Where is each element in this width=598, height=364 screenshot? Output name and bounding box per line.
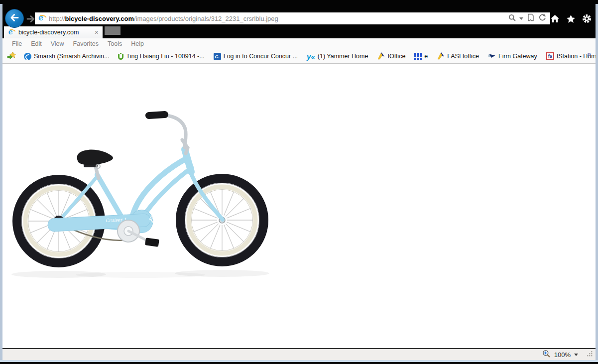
favorite-fasi-ioffice[interactable]: FASI Ioffice bbox=[432, 52, 483, 61]
favorite-label: FASI Ioffice bbox=[447, 53, 479, 60]
tab-favicon: e bbox=[8, 29, 15, 36]
tab-close-icon[interactable]: × bbox=[94, 29, 99, 36]
favorite-label: IStation - Home bbox=[557, 53, 598, 60]
tab-title: bicycle-discovery.com bbox=[18, 29, 94, 36]
status-bar: 100% bbox=[2, 349, 596, 360]
zoom-level[interactable]: 100% bbox=[554, 351, 571, 359]
favorite-label: e bbox=[424, 53, 428, 60]
favorite-label: Ting Hsiang Liu - 100914 -... bbox=[126, 53, 204, 60]
smarsh-globe-icon bbox=[24, 53, 31, 60]
home-icon[interactable] bbox=[550, 14, 560, 25]
favorite-label: IOffice bbox=[387, 53, 405, 60]
back-button[interactable] bbox=[5, 9, 24, 28]
url-scheme: http:// bbox=[49, 15, 65, 22]
window-border-right bbox=[596, 4, 598, 362]
menu-edit[interactable]: Edit bbox=[26, 40, 46, 47]
favorite-concur[interactable]: C. Log in to Concur Concur ... bbox=[209, 53, 302, 60]
url-text[interactable]: http://bicycle-discovery.com/images/prod… bbox=[49, 15, 507, 22]
fa-badge-icon: fa bbox=[546, 52, 554, 60]
favorite-ioffice[interactable]: IOffice bbox=[372, 52, 410, 61]
favorite-e-grid[interactable]: e bbox=[410, 53, 432, 60]
zoom-magnifier-icon[interactable] bbox=[542, 350, 551, 360]
green-u-icon bbox=[118, 54, 123, 60]
favorites-bar: Smarsh (Smarsh Archivin... Ting Hsiang L… bbox=[2, 49, 596, 64]
ie-favicon: e bbox=[38, 14, 46, 22]
ioffice-quill-icon bbox=[377, 52, 385, 61]
search-dropdown-icon[interactable] bbox=[519, 17, 523, 20]
menu-bar: File Edit View Favorites Tools Help bbox=[2, 38, 596, 49]
bicycle-image: Cruiser 1 Electra bbox=[10, 95, 289, 289]
resize-grip[interactable] bbox=[587, 350, 593, 359]
blue-grid-icon bbox=[414, 53, 422, 60]
zoom-dropdown-icon[interactable] bbox=[574, 354, 578, 356]
menu-help[interactable]: Help bbox=[126, 40, 148, 47]
refresh-icon[interactable] bbox=[538, 13, 546, 23]
menu-favorites[interactable]: Favorites bbox=[69, 40, 103, 47]
browser-window: e http://bicycle-discovery.com/images/pr… bbox=[0, 0, 598, 364]
window-edge-bottom bbox=[0, 362, 598, 364]
menu-file[interactable]: File bbox=[7, 40, 26, 47]
pedal bbox=[145, 238, 159, 247]
url-path: /images/products/originals/312_2231_crsr… bbox=[134, 15, 278, 22]
page-content: Cruiser 1 Electra bbox=[2, 64, 596, 348]
concur-badge-icon: C. bbox=[214, 53, 221, 60]
favorite-yammer[interactable]: y« (1) Yammer Home bbox=[302, 53, 372, 60]
favorite-label: Smarsh (Smarsh Archivin... bbox=[34, 53, 109, 60]
ioffice-quill-icon bbox=[437, 52, 445, 61]
forward-arrow-icon bbox=[25, 17, 36, 26]
favorite-label: Firm Gateway bbox=[498, 53, 537, 60]
forward-button[interactable] bbox=[25, 13, 36, 24]
favorite-smarsh[interactable]: Smarsh (Smarsh Archivin... bbox=[19, 53, 114, 60]
saddle bbox=[77, 150, 113, 165]
favorite-label: Log in to Concur Concur ... bbox=[224, 53, 298, 60]
favorites-star-icon[interactable] bbox=[566, 14, 576, 25]
paper-plane-icon bbox=[488, 52, 496, 61]
yammer-y-icon: y« bbox=[307, 53, 315, 60]
add-favorite-icon[interactable] bbox=[7, 51, 16, 62]
window-border-left bbox=[0, 4, 2, 362]
favorite-firm-gateway[interactable]: Firm Gateway bbox=[483, 52, 542, 61]
search-icon[interactable] bbox=[508, 14, 516, 23]
address-bar[interactable]: e http://bicycle-discovery.com/images/pr… bbox=[35, 12, 550, 24]
handlebar-grip bbox=[149, 115, 165, 116]
favorites-overflow-chevron[interactable]: » bbox=[587, 50, 591, 58]
menu-view[interactable]: View bbox=[46, 40, 69, 47]
browser-tab[interactable]: e bicycle-discovery.com × bbox=[4, 26, 103, 38]
frame-decal: Electra bbox=[147, 198, 167, 225]
menu-tools[interactable]: Tools bbox=[103, 40, 126, 47]
shadow bbox=[76, 272, 205, 278]
url-domain: bicycle-discovery.com bbox=[65, 15, 134, 22]
favorite-label: (1) Yammer Home bbox=[318, 53, 368, 60]
compatibility-view-icon[interactable] bbox=[527, 13, 535, 23]
new-tab-button[interactable] bbox=[105, 26, 120, 35]
settings-gear-icon[interactable] bbox=[582, 14, 592, 25]
favorite-ting-hsiang-liu[interactable]: Ting Hsiang Liu - 100914 -... bbox=[114, 53, 209, 60]
back-arrow-icon bbox=[9, 13, 19, 24]
